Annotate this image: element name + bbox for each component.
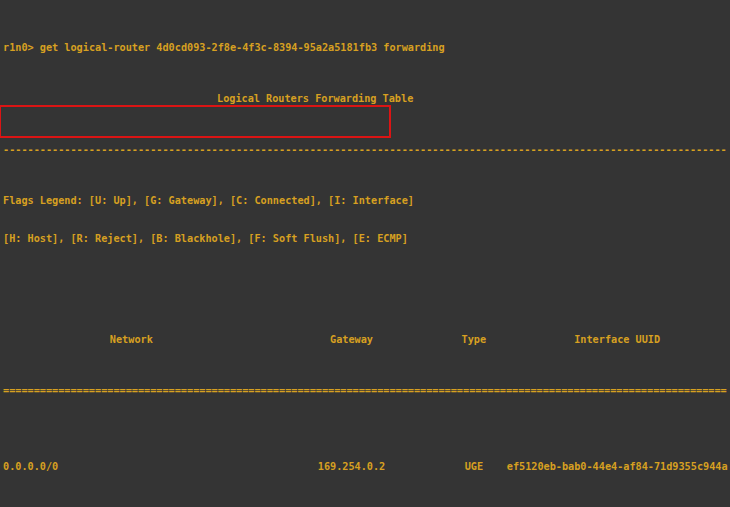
flags-legend-line1: Flags Legend: [U: Up], [G: Gateway], [C:… (3, 195, 730, 208)
blank-line (3, 283, 730, 296)
separator-double: ========================================… (3, 385, 730, 398)
flags-legend-line2: [H: Host], [R: Reject], [B: Blackhole], … (3, 233, 730, 246)
output-title: Logical Routers Forwarding Table (3, 93, 730, 106)
separator-dashed: ----------------------------------------… (3, 144, 730, 157)
table-body: 0.0.0.0/0 169.254.0.2 UGE ef5120eb-bab0-… (3, 436, 730, 507)
table-row: 0.0.0.0/0 169.254.0.2 UGE ef5120eb-bab0-… (3, 461, 730, 474)
interface-uuid-cell: ef5120eb-bab0-44e4-af84-71d9355c944a (504, 461, 730, 474)
column-header-interface-uuid: Interface UUID (504, 334, 730, 347)
type-cell: UGE (443, 461, 504, 474)
terminal-window[interactable]: r1n0> get logical-router 4d0cd093-2f8e-4… (0, 0, 730, 507)
gateway-cell: 169.254.0.2 (260, 461, 444, 474)
network-cell: 0.0.0.0/0 (3, 461, 260, 474)
column-header-type: Type (443, 334, 504, 347)
highlight-box (0, 105, 391, 138)
command-text: get logical-router 4d0cd093-2f8e-4f3c-83… (40, 42, 445, 53)
command-line: r1n0> get logical-router 4d0cd093-2f8e-4… (3, 42, 730, 55)
column-header-network: Network (3, 334, 260, 347)
table-header-row: Network Gateway Type Interface UUID (3, 334, 730, 347)
prompt-label: r1n0> (3, 42, 34, 53)
column-header-gateway: Gateway (260, 334, 444, 347)
